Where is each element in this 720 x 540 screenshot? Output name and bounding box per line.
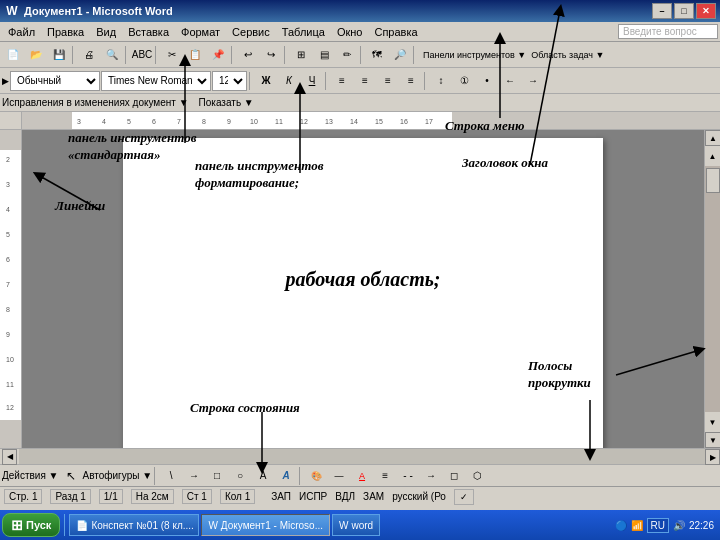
- menu-help[interactable]: Справка: [368, 24, 423, 40]
- document-page[interactable]: рабочая область;: [123, 138, 603, 448]
- menu-format[interactable]: Формат: [175, 24, 226, 40]
- tb-cut[interactable]: ✂: [161, 45, 183, 65]
- fill-color-btn[interactable]: 🎨: [305, 466, 327, 486]
- show-btn[interactable]: Показать ▼: [199, 97, 254, 108]
- underline-button[interactable]: Ч: [301, 71, 323, 91]
- bold-button[interactable]: Ж: [255, 71, 277, 91]
- help-search-input[interactable]: Введите вопрос: [618, 24, 718, 39]
- 3d-btn[interactable]: ⬡: [466, 466, 488, 486]
- dashstyle-btn[interactable]: - -: [397, 466, 419, 486]
- tb-drawing[interactable]: ✏: [336, 45, 358, 65]
- autoshapes-btn[interactable]: Автофигуры ▼: [83, 470, 153, 481]
- status-zam: ЗАМ: [363, 491, 384, 502]
- line-color-btn[interactable]: —: [328, 466, 350, 486]
- menu-edit[interactable]: Правка: [41, 24, 90, 40]
- tb-columns[interactable]: ▤: [313, 45, 335, 65]
- font-select[interactable]: Times New Roman: [101, 71, 211, 91]
- vertical-ruler: 2 3 4 5 6 7 8 9 10 11 12: [0, 130, 22, 448]
- tb-table[interactable]: ⊞: [290, 45, 312, 65]
- scroll-top-btn[interactable]: ▲: [705, 146, 720, 166]
- indent-inc-btn[interactable]: →: [522, 71, 544, 91]
- maximize-button[interactable]: □: [674, 3, 694, 19]
- tb-redo[interactable]: ↪: [260, 45, 282, 65]
- fmt-sep1: [249, 72, 253, 90]
- menu-file[interactable]: Файл: [2, 24, 41, 40]
- svg-text:9: 9: [6, 331, 10, 338]
- menu-table[interactable]: Таблица: [276, 24, 331, 40]
- tb-save[interactable]: 💾: [48, 45, 70, 65]
- vertical-scrollbar: ▲ ▲ ▼ ▼: [704, 130, 720, 448]
- hscroll-track[interactable]: [19, 449, 705, 464]
- toolbar-taskpane-btn[interactable]: Область задач ▼: [531, 50, 604, 60]
- tb-new[interactable]: 📄: [2, 45, 24, 65]
- tb-map[interactable]: 🗺: [366, 45, 388, 65]
- numbering-btn[interactable]: ①: [453, 71, 475, 91]
- align-justify-btn[interactable]: ≡: [400, 71, 422, 91]
- scroll-thumb[interactable]: [706, 168, 720, 193]
- format-style-btn[interactable]: ▶: [2, 76, 9, 86]
- hscroll-left[interactable]: ◀: [2, 449, 17, 465]
- status-ispr: ИСПР: [299, 491, 327, 502]
- taskbar-divider: [64, 514, 65, 536]
- tb-zoom[interactable]: 🔎: [389, 45, 411, 65]
- start-button[interactable]: ⊞ Пуск: [2, 513, 60, 537]
- wordart-btn[interactable]: A: [275, 466, 297, 486]
- svg-rect-22: [0, 420, 21, 448]
- tb-sep4: [231, 46, 235, 64]
- minimize-button[interactable]: –: [652, 3, 672, 19]
- taskbar-tray: 🔵 📶 RU 🔊 22:26: [611, 518, 718, 533]
- page-area: рабочая область;: [22, 130, 704, 448]
- italic-button[interactable]: К: [278, 71, 300, 91]
- tb-print[interactable]: 🖨: [78, 45, 100, 65]
- actions-btn[interactable]: Действия ▼: [2, 470, 59, 481]
- status-zap: ЗАП: [271, 491, 291, 502]
- corrections-btn[interactable]: Исправления в изменениях документ ▼: [2, 97, 189, 108]
- scroll-track[interactable]: [705, 166, 720, 412]
- align-center-btn[interactable]: ≡: [354, 71, 376, 91]
- scroll-bottom-btn[interactable]: ▼: [705, 412, 720, 432]
- tb-paste[interactable]: 📌: [207, 45, 229, 65]
- spell-icon[interactable]: ✓: [454, 489, 474, 505]
- svg-text:4: 4: [6, 206, 10, 213]
- menu-insert[interactable]: Вставка: [122, 24, 175, 40]
- shadow-btn[interactable]: ◻: [443, 466, 465, 486]
- rect-btn[interactable]: □: [206, 466, 228, 486]
- arrow-btn[interactable]: →: [183, 466, 205, 486]
- font-color-btn[interactable]: A: [351, 466, 373, 486]
- tb-undo[interactable]: ↩: [237, 45, 259, 65]
- linestyle-btn[interactable]: ≡: [374, 466, 396, 486]
- tb-preview[interactable]: 🔍: [101, 45, 123, 65]
- tray-volume: 🔊: [673, 520, 685, 531]
- style-select[interactable]: Обычный: [10, 71, 100, 91]
- tb-open[interactable]: 📂: [25, 45, 47, 65]
- scroll-down-btn[interactable]: ▼: [705, 432, 720, 448]
- svg-rect-2: [452, 112, 720, 129]
- textbox-btn[interactable]: A: [252, 466, 274, 486]
- taskbar-item-konspekt[interactable]: 📄 Конспект №01 (8 кл....: [69, 514, 199, 536]
- indent-dec-btn[interactable]: ←: [499, 71, 521, 91]
- menu-service[interactable]: Сервис: [226, 24, 276, 40]
- bullets-btn[interactable]: •: [476, 71, 498, 91]
- hscroll-right[interactable]: ▶: [705, 449, 720, 465]
- size-select[interactable]: 12: [212, 71, 247, 91]
- arrowstyle-btn[interactable]: →: [420, 466, 442, 486]
- toolbar-panels-btn[interactable]: Панели инструментов ▼: [423, 50, 526, 60]
- tb-copy[interactable]: 📋: [184, 45, 206, 65]
- scroll-up-btn[interactable]: ▲: [705, 130, 720, 146]
- tb-sep5: [284, 46, 288, 64]
- taskbar-item-word2[interactable]: W word: [332, 514, 380, 536]
- close-button[interactable]: ✕: [696, 3, 716, 19]
- menu-view[interactable]: Вид: [90, 24, 122, 40]
- oval-btn[interactable]: ○: [229, 466, 251, 486]
- svg-text:3: 3: [6, 181, 10, 188]
- select-btn[interactable]: ↖: [60, 466, 82, 486]
- taskbar-item-word[interactable]: W Документ1 - Microsо...: [201, 514, 330, 536]
- menu-window[interactable]: Окно: [331, 24, 369, 40]
- tb-spell[interactable]: ABC: [131, 45, 153, 65]
- tb-sep1: [72, 46, 76, 64]
- align-left-btn[interactable]: ≡: [331, 71, 353, 91]
- align-right-btn[interactable]: ≡: [377, 71, 399, 91]
- linespace-btn[interactable]: ↕: [430, 71, 452, 91]
- tray-lang[interactable]: RU: [647, 518, 669, 533]
- line-btn[interactable]: \: [160, 466, 182, 486]
